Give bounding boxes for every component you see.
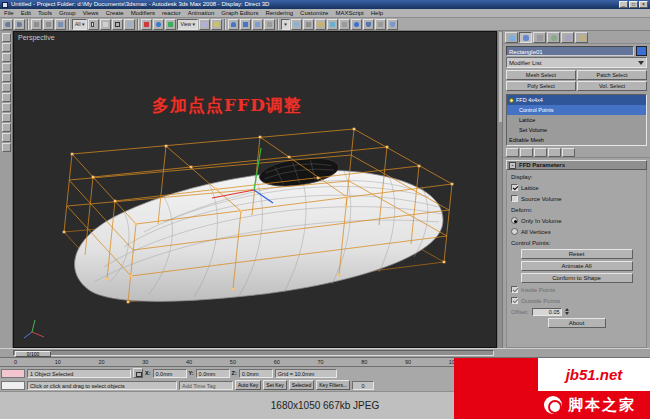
hierarchy-tab-icon[interactable] [533, 32, 546, 43]
show-end-result-icon[interactable] [520, 148, 533, 157]
reactor-toolbar-button[interactable] [2, 93, 11, 102]
menu-item-graph-editors[interactable]: Graph Editors [221, 10, 258, 16]
select-by-name-icon[interactable] [100, 19, 111, 30]
schematic-view-icon[interactable] [339, 19, 350, 30]
menu-item-rendering[interactable]: Rendering [265, 10, 293, 16]
current-frame-field[interactable]: 0 [352, 381, 374, 390]
material-editor-icon[interactable] [351, 19, 362, 30]
y-coord-field[interactable]: 0.0mm [196, 369, 230, 378]
render-scene-icon[interactable] [363, 19, 374, 30]
curve-editor-icon[interactable] [327, 19, 338, 30]
configure-modifier-sets-icon[interactable] [562, 148, 575, 157]
select-scale-icon[interactable] [165, 19, 176, 30]
selection-region-icon[interactable] [112, 19, 123, 30]
z-coord-field[interactable]: 0.0mm [239, 369, 273, 378]
modify-tab-icon[interactable] [519, 32, 532, 43]
pin-stack-icon[interactable] [506, 148, 519, 157]
render-type-icon[interactable] [375, 19, 386, 30]
ffd-parameters-rollout-header[interactable]: - FFD Parameters [506, 160, 647, 170]
time-slider-handle[interactable]: 0/100 [15, 351, 51, 357]
key-filters-button[interactable]: Key Filters... [316, 380, 350, 390]
all-vertices-radio[interactable] [511, 228, 518, 235]
x-coord-field[interactable]: 0.0mm [153, 369, 187, 378]
conform-to-shape-button[interactable]: Conform to Shape [521, 273, 633, 283]
reactor-toolbar-button[interactable] [2, 43, 11, 52]
menu-item-animation[interactable]: Animation [188, 10, 215, 16]
time-slider-groove[interactable]: 0/100 [13, 350, 494, 356]
unlink-icon[interactable] [43, 19, 54, 30]
modifier-enabled-icon[interactable] [509, 98, 514, 103]
select-manipulate-icon[interactable] [211, 19, 222, 30]
reactor-toolbar-button[interactable] [2, 103, 11, 112]
menu-item-reactor[interactable]: reactor [162, 10, 181, 16]
menu-item-help[interactable]: Help [371, 10, 383, 16]
display-tab-icon[interactable] [561, 32, 574, 43]
auto-key-button[interactable]: Auto Key [235, 380, 261, 390]
source-volume-checkbox[interactable] [511, 195, 518, 202]
poly-select-button[interactable]: Poly Select [506, 81, 576, 91]
select-link-icon[interactable] [31, 19, 42, 30]
quick-render-icon[interactable] [387, 19, 398, 30]
selection-set-dropdown[interactable]: Selected [289, 380, 314, 390]
inside-points-checkbox[interactable] [511, 286, 518, 293]
selection-lock-icon[interactable] [133, 368, 143, 378]
about-button[interactable]: About [548, 318, 606, 328]
named-selection-sets-dropdown[interactable]: ▾ [281, 19, 290, 30]
selection-filter-dropdown[interactable]: All ▾ [72, 19, 87, 30]
reference-coordinate-dropdown[interactable]: View ▾ [177, 19, 198, 30]
select-object-icon[interactable] [88, 19, 99, 30]
reactor-toolbar-button[interactable] [2, 53, 11, 62]
select-move-icon[interactable] [141, 19, 152, 30]
motion-tab-icon[interactable] [547, 32, 560, 43]
lattice-checkbox[interactable] [511, 184, 518, 191]
object-color-swatch[interactable] [636, 46, 647, 56]
utilities-tab-icon[interactable] [575, 32, 588, 43]
menu-item-create[interactable]: Create [106, 10, 124, 16]
menu-item-views[interactable]: Views [83, 10, 99, 16]
align-icon[interactable] [303, 19, 314, 30]
viewport-perspective[interactable]: Perspective [13, 31, 497, 348]
modifier-list-dropdown[interactable]: Modifier List [506, 57, 647, 68]
stack-item-ffd[interactable]: FFD 4x4x4 [507, 95, 646, 105]
layer-manager-icon[interactable] [315, 19, 326, 30]
menu-item-customize[interactable]: Customize [300, 10, 328, 16]
animate-all-button[interactable]: Animate All [521, 261, 633, 271]
time-tag-field[interactable]: Add Time Tag [179, 381, 233, 390]
reactor-toolbar-button[interactable] [2, 63, 11, 72]
stack-item-lattice[interactable]: Lattice [507, 115, 646, 125]
offset-field[interactable]: 0.05 [532, 308, 562, 316]
maxscript-mini-listener[interactable] [1, 369, 25, 378]
menu-item-modifiers[interactable]: Modifiers [131, 10, 155, 16]
time-slider[interactable]: 0/100 [0, 348, 650, 358]
snap-toggle-icon[interactable] [228, 19, 239, 30]
reactor-toolbar-button[interactable] [2, 33, 11, 42]
minimize-button[interactable]: _ [619, 1, 628, 8]
reactor-toolbar-button[interactable] [2, 73, 11, 82]
bind-space-warp-icon[interactable] [55, 19, 66, 30]
stack-item-editable-mesh[interactable]: Editable Mesh [507, 135, 646, 145]
close-button[interactable]: × [639, 1, 648, 8]
reactor-toolbar-button[interactable] [2, 123, 11, 132]
set-key-button[interactable]: Set Key [263, 380, 287, 390]
menu-item-edit[interactable]: Edit [21, 10, 31, 16]
reactor-toolbar-button[interactable] [2, 113, 11, 122]
maxscript-listener-input[interactable] [1, 381, 25, 390]
percent-snap-icon[interactable] [252, 19, 263, 30]
spinner-snap-icon[interactable] [264, 19, 275, 30]
make-unique-icon[interactable] [534, 148, 547, 157]
reactor-toolbar-button[interactable] [2, 143, 11, 152]
use-pivot-center-icon[interactable] [199, 19, 210, 30]
offset-spinner[interactable] [565, 308, 569, 315]
collapse-rollout-icon[interactable]: - [509, 162, 516, 169]
viewport-label[interactable]: Perspective [18, 34, 55, 41]
maximize-button[interactable]: □ [629, 1, 638, 8]
outside-points-checkbox[interactable] [511, 297, 518, 304]
only-in-volume-radio[interactable] [511, 217, 518, 224]
menu-item-file[interactable]: File [4, 10, 14, 16]
object-name-field[interactable]: Rectangle01 [506, 46, 634, 56]
stack-item-set-volume[interactable]: Set Volume [507, 125, 646, 135]
create-tab-icon[interactable] [505, 32, 518, 43]
patch-select-button[interactable]: Patch Select [577, 70, 647, 80]
angle-snap-icon[interactable] [240, 19, 251, 30]
remove-modifier-icon[interactable] [548, 148, 561, 157]
